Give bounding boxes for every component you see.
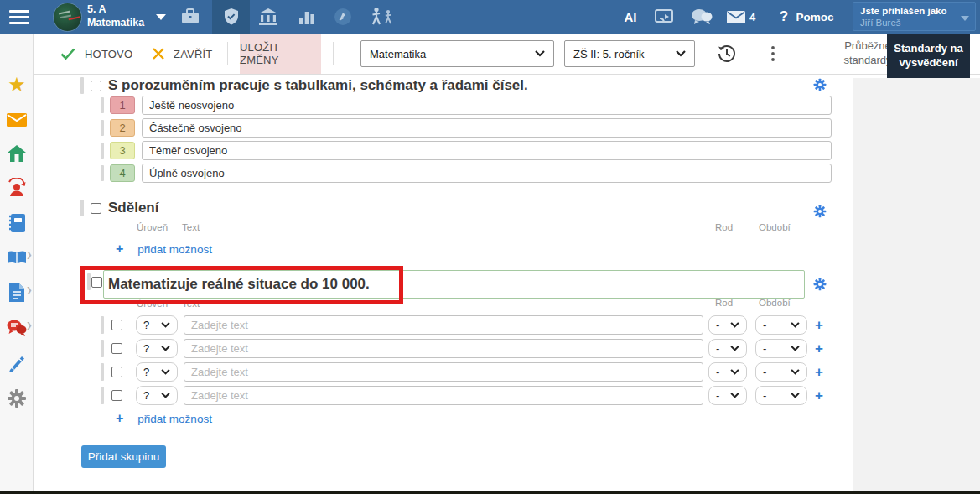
class-selector[interactable]: 5. A Matematika xyxy=(87,0,144,34)
ai-nav-item[interactable]: AI xyxy=(620,0,640,34)
drag-handle[interactable] xyxy=(80,77,84,94)
add-group-button[interactable]: Přidat skupinu xyxy=(81,445,166,468)
hamburger-menu-icon[interactable] xyxy=(7,0,32,34)
drag-handle[interactable] xyxy=(101,97,104,113)
kebab-menu-icon xyxy=(771,46,775,61)
entry-text-input[interactable] xyxy=(184,339,703,358)
cast-icon[interactable] xyxy=(653,0,675,34)
section2-checkbox[interactable] xyxy=(91,203,101,214)
favorites-star-icon[interactable]: ★ xyxy=(0,72,34,97)
class-dropdown-caret-icon[interactable] xyxy=(153,0,169,34)
row-checkbox[interactable] xyxy=(111,343,122,354)
submenu-arrow-icon: ❯ xyxy=(26,286,33,294)
chevron-down-icon xyxy=(535,50,545,57)
period-select[interactable]: - xyxy=(755,362,807,382)
section3-title-input[interactable]: Matematizuje reálné situace do 10 000. xyxy=(103,270,805,299)
history-button[interactable] xyxy=(717,34,737,74)
tab-report-standards[interactable]: Standardy na vysvědčení xyxy=(887,34,970,78)
drag-handle[interactable] xyxy=(101,363,104,381)
section2-gear-icon[interactable] xyxy=(813,205,827,218)
notebook-icon[interactable] xyxy=(0,211,34,236)
editor-toolbar: HOTOVO ZAVŘÍT ULOŽIT ZMĚNY Matematika ZŠ… xyxy=(34,34,980,75)
help-label-item[interactable]: Pomoc xyxy=(793,0,837,34)
option-text-input[interactable] xyxy=(142,96,832,115)
column-header-period: Období xyxy=(759,298,791,308)
add-option-link[interactable]: + přidat možnost xyxy=(116,242,212,257)
mail-icon[interactable] xyxy=(0,107,34,133)
period-select[interactable]: - xyxy=(755,339,807,358)
question-mark-icon: ? xyxy=(780,8,788,25)
row-checkbox[interactable] xyxy=(111,390,122,401)
chevron-down-icon xyxy=(791,393,800,398)
option-text-input[interactable] xyxy=(142,118,832,138)
option-text-input[interactable] xyxy=(142,141,832,160)
add-row-plus-icon[interactable]: + xyxy=(815,341,823,357)
subject-select[interactable]: Matematika xyxy=(360,40,554,67)
briefcase-icon[interactable] xyxy=(179,0,202,34)
text-cursor xyxy=(371,277,371,293)
level-select[interactable]: ? xyxy=(136,315,178,335)
shield-icon[interactable] xyxy=(220,0,243,34)
more-options-button[interactable] xyxy=(769,34,777,74)
level-select[interactable]: ? xyxy=(136,339,178,358)
home-icon[interactable] xyxy=(0,141,34,166)
drag-handle[interactable] xyxy=(101,340,104,357)
entry-text-input[interactable] xyxy=(184,386,703,405)
chevron-down-icon xyxy=(730,369,739,375)
row-checkbox[interactable] xyxy=(111,367,122,377)
period-select[interactable]: - xyxy=(755,386,807,405)
gender-select[interactable]: - xyxy=(708,339,747,358)
row-checkbox[interactable] xyxy=(111,320,122,330)
entry-text-input[interactable] xyxy=(184,315,703,335)
drag-handle[interactable] xyxy=(101,143,104,159)
close-button[interactable]: ZAVŘÍT xyxy=(153,34,212,74)
left-sidebar: ★ ❯ ❯ ❯ xyxy=(0,34,34,491)
messages-nav-item[interactable]: 4 xyxy=(723,0,760,34)
add-row-plus-icon[interactable]: + xyxy=(815,387,823,404)
chevron-down-icon xyxy=(791,322,800,328)
gender-select[interactable]: - xyxy=(708,386,747,405)
drag-handle[interactable] xyxy=(101,387,104,404)
add-row-plus-icon[interactable]: + xyxy=(815,317,823,334)
drag-handle[interactable] xyxy=(87,273,91,290)
drag-handle[interactable] xyxy=(80,200,84,216)
add-row-plus-icon[interactable]: + xyxy=(815,364,823,381)
gender-select[interactable]: - xyxy=(708,315,747,335)
done-button[interactable]: HOTOVO xyxy=(60,34,132,74)
level-select[interactable]: ? xyxy=(136,362,178,382)
column-header-text: Text xyxy=(182,222,200,232)
help-nav-item[interactable]: ? xyxy=(775,0,792,34)
grade-select[interactable]: ZŠ II: 5. ročník xyxy=(564,40,695,67)
level-option-row: 3 xyxy=(101,141,832,160)
person-refresh-icon[interactable] xyxy=(0,175,34,200)
section1-gear-icon[interactable] xyxy=(813,78,827,91)
gender-select[interactable]: - xyxy=(708,362,747,382)
pen-icon[interactable] xyxy=(0,351,34,376)
add-option-link[interactable]: + přidat možnost xyxy=(116,411,212,426)
column-header-text: Text xyxy=(182,299,200,309)
chevron-down-icon xyxy=(161,346,170,351)
walking-people-icon[interactable] xyxy=(367,0,397,34)
section1-checkbox[interactable] xyxy=(91,81,101,91)
chat-icon[interactable] xyxy=(689,0,714,34)
level-select[interactable]: ? xyxy=(136,386,178,405)
drag-handle[interactable] xyxy=(101,120,104,136)
section3-gear-icon[interactable] xyxy=(813,278,827,291)
bar-chart-icon[interactable] xyxy=(295,0,319,34)
class-avatar[interactable] xyxy=(52,0,82,34)
drag-handle[interactable] xyxy=(101,316,104,334)
option-text-input[interactable] xyxy=(142,164,832,183)
column-header-gender: Rod xyxy=(715,298,733,308)
institution-icon[interactable] xyxy=(256,0,281,34)
section2-title: Sdělení xyxy=(108,200,158,216)
entry-text-input[interactable] xyxy=(184,362,703,382)
top-navbar: 5. A Matematika AI xyxy=(0,0,980,34)
level-badge: 4 xyxy=(110,164,135,182)
logged-in-user-menu[interactable]: Jste přihlášen jako Jiří Bureš xyxy=(853,2,976,31)
compass-badge-icon[interactable] xyxy=(332,0,354,34)
section3-checkbox[interactable] xyxy=(91,277,102,288)
drag-handle[interactable] xyxy=(101,165,104,181)
period-select[interactable]: - xyxy=(755,315,807,335)
settings-gear-icon[interactable] xyxy=(0,386,34,411)
save-changes-button[interactable]: ULOŽIT ZMĚNY xyxy=(240,34,321,74)
